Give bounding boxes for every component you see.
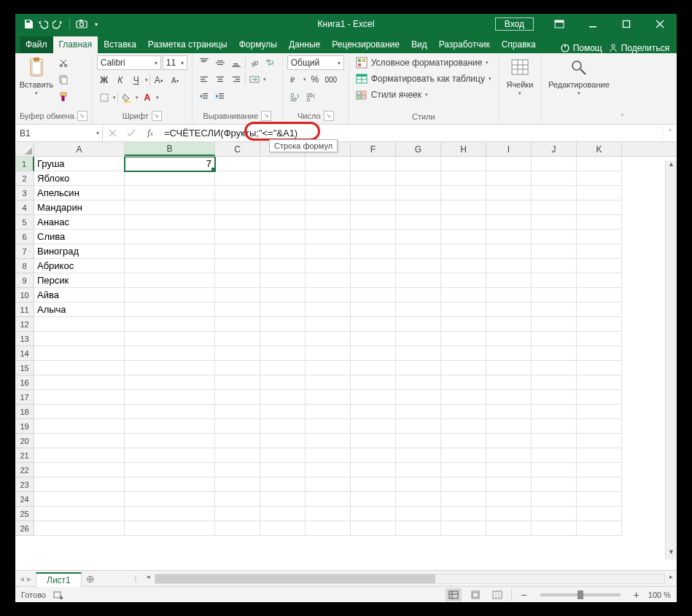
cell[interactable] [260, 230, 306, 244]
cell[interactable] [486, 186, 532, 200]
cell[interactable]: Мандарин [34, 200, 125, 215]
clipboard-dialog-launcher[interactable]: ↘ [77, 111, 88, 121]
row-header[interactable]: 20 [15, 434, 34, 448]
scroll-left-icon[interactable]: ◂ [143, 573, 155, 585]
cell[interactable] [351, 303, 396, 317]
cell[interactable] [577, 405, 622, 419]
increase-indent-icon[interactable] [213, 89, 228, 104]
cell[interactable] [532, 375, 577, 390]
col-header-K[interactable]: K [577, 142, 622, 156]
editing-button[interactable]: Редактирование ▾ [546, 55, 612, 98]
cell[interactable] [260, 434, 306, 448]
number-format-combo[interactable]: Общий▾ [287, 55, 344, 70]
cell[interactable] [441, 477, 486, 492]
cell[interactable] [577, 521, 622, 536]
cell[interactable] [215, 244, 260, 259]
cell[interactable]: Виноград [34, 244, 125, 259]
row-header[interactable]: 19 [15, 419, 34, 434]
cell[interactable] [532, 215, 577, 230]
macro-record-icon[interactable] [53, 590, 63, 600]
cell[interactable] [441, 332, 486, 346]
cell[interactable] [396, 288, 441, 303]
cell[interactable] [351, 463, 396, 477]
cell[interactable] [532, 171, 577, 186]
cell[interactable] [306, 157, 351, 171]
cell[interactable] [396, 244, 441, 259]
cell[interactable] [486, 230, 532, 244]
formula-input[interactable]: =СЧЁТЕСЛИ(Фрукты;"<="&A1) Строка формул [160, 125, 662, 141]
zoom-slider[interactable] [540, 593, 621, 596]
alignment-dialog-launcher[interactable]: ↘ [261, 111, 271, 121]
cell[interactable] [34, 375, 125, 390]
align-top-icon[interactable] [197, 55, 211, 70]
font-size-combo[interactable]: 11▾ [163, 55, 187, 70]
cell[interactable] [532, 303, 577, 317]
cell[interactable] [306, 171, 351, 186]
cell[interactable] [486, 492, 532, 507]
row-header[interactable]: 13 [15, 332, 34, 346]
name-box[interactable]: B1 ▾ [15, 125, 103, 141]
cell[interactable] [577, 463, 622, 477]
cell[interactable] [577, 346, 622, 361]
cell[interactable] [486, 419, 532, 434]
cell[interactable] [396, 419, 441, 434]
cell[interactable] [125, 186, 215, 200]
cell[interactable] [260, 405, 306, 419]
cell[interactable] [125, 288, 215, 303]
cell[interactable] [306, 463, 351, 477]
cell[interactable] [396, 317, 441, 332]
cell[interactable] [486, 288, 532, 303]
cell[interactable] [396, 405, 441, 419]
cell[interactable] [125, 303, 215, 317]
cell[interactable] [351, 288, 396, 303]
cell[interactable] [125, 507, 215, 521]
cell[interactable] [215, 507, 260, 521]
sheet-nav-prev-icon[interactable]: ◂ [20, 574, 24, 584]
cell[interactable] [125, 434, 215, 448]
cell[interactable] [306, 419, 351, 434]
cell[interactable] [396, 346, 441, 361]
cell[interactable] [577, 200, 622, 215]
cell[interactable] [441, 273, 486, 288]
cell[interactable] [34, 448, 125, 463]
cell[interactable] [306, 186, 351, 200]
cell[interactable] [532, 434, 577, 448]
cell[interactable] [351, 375, 396, 390]
decrease-indent-icon[interactable] [197, 89, 211, 104]
cell[interactable] [34, 419, 125, 434]
cell[interactable] [260, 186, 306, 200]
cell[interactable] [34, 390, 125, 405]
col-header-A[interactable]: A [34, 142, 125, 156]
redo-icon[interactable] [52, 18, 63, 30]
tab-Разработчик[interactable]: Разработчик [433, 36, 496, 53]
cell[interactable] [441, 186, 486, 200]
cell[interactable]: Груша [34, 157, 125, 171]
cell[interactable] [260, 419, 306, 434]
grid-rows[interactable]: 1Груша72Яблоко3Апельсин4Мандарин5Ананас6… [15, 157, 677, 570]
insert-function-icon[interactable]: fx [141, 128, 160, 139]
cell[interactable] [351, 507, 396, 521]
share-button[interactable]: Поделиться [608, 43, 669, 53]
cell[interactable] [215, 215, 260, 230]
cancel-formula-icon[interactable] [103, 129, 122, 137]
cell[interactable] [215, 477, 260, 492]
decrease-font-icon[interactable]: A▾ [168, 73, 182, 87]
cell[interactable] [125, 215, 215, 230]
cell[interactable]: Алыча [34, 303, 125, 317]
cell[interactable] [260, 332, 306, 346]
row-header[interactable]: 16 [15, 375, 34, 390]
wrap-text-icon[interactable]: ab [263, 55, 278, 70]
cell[interactable] [306, 259, 351, 273]
cell[interactable] [441, 303, 486, 317]
cell[interactable] [215, 317, 260, 332]
sheet-tab-active[interactable]: Лист1 [36, 572, 82, 587]
cell[interactable] [396, 521, 441, 536]
cell[interactable] [396, 171, 441, 186]
cell[interactable] [577, 375, 622, 390]
cell[interactable] [351, 317, 396, 332]
cell[interactable] [215, 259, 260, 273]
cell[interactable] [306, 405, 351, 419]
cell[interactable] [577, 317, 622, 332]
cell[interactable] [215, 303, 260, 317]
cell[interactable] [486, 332, 532, 346]
